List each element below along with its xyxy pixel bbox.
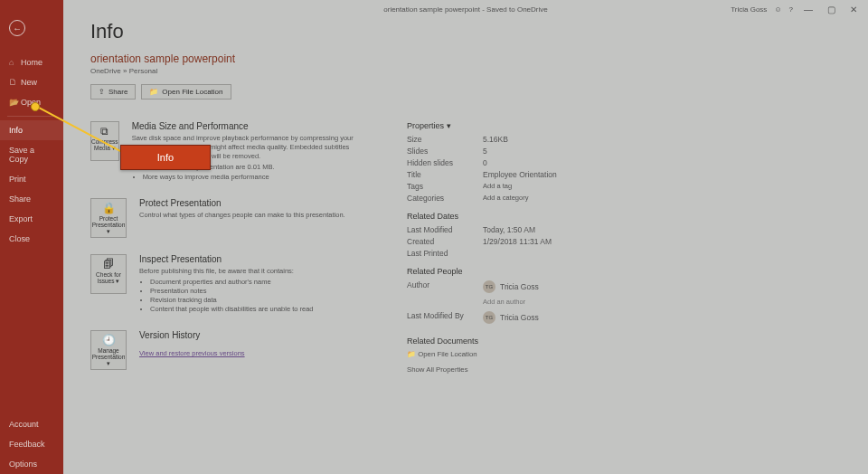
show-all-properties-link[interactable]: Show All Properties bbox=[407, 365, 606, 374]
prop-val: 5 bbox=[483, 147, 487, 156]
inspect-desc: Before publishing this file, be aware th… bbox=[139, 267, 314, 276]
sidebar-item-savecopy[interactable]: Save a Copy bbox=[0, 140, 63, 169]
inspect-heading: Inspect Presentation bbox=[139, 254, 314, 264]
sidebar-item-close[interactable]: Close bbox=[0, 229, 63, 249]
backstage-sidebar: ← ⌂ Home 🗋 New 📂 Open Info Save a Copy P… bbox=[0, 0, 63, 474]
open-file-location-button[interactable]: 📁 Open File Location bbox=[141, 84, 231, 100]
compress-icon: ⧉ bbox=[100, 126, 108, 137]
share-button[interactable]: ⇪ Share bbox=[90, 84, 136, 100]
share-label: Share bbox=[108, 88, 127, 96]
help-icon[interactable]: ? bbox=[789, 5, 793, 14]
share-icon: ⇪ bbox=[99, 88, 105, 96]
docs-heading: Related Documents bbox=[407, 337, 606, 346]
sidebar-item-info[interactable]: Info bbox=[0, 120, 63, 140]
prop-key: Categories bbox=[407, 194, 470, 203]
prop-key: Hidden slides bbox=[407, 158, 470, 167]
version-heading: Version History bbox=[139, 330, 245, 340]
close-button[interactable]: ✕ bbox=[846, 5, 861, 14]
info-page: orientation sample powerpoint - Saved to… bbox=[63, 0, 868, 474]
open-file-location-link[interactable]: 📁 Open File Location bbox=[407, 350, 606, 358]
add-category[interactable]: Add a category bbox=[483, 194, 528, 203]
sidebar-item-share[interactable]: Share bbox=[0, 189, 63, 209]
prop-val: 0 bbox=[483, 158, 487, 167]
date-key: Last Modified bbox=[407, 225, 470, 234]
openloc-label: Open File Location bbox=[162, 88, 222, 96]
protect-heading: Protect Presentation bbox=[139, 198, 345, 208]
media-bullet: More ways to improve media performance bbox=[143, 173, 362, 182]
properties-heading[interactable]: Properties ▾ bbox=[407, 121, 606, 130]
add-tag[interactable]: Add a tag bbox=[483, 182, 512, 191]
prop-key: Slides bbox=[407, 147, 470, 156]
title-bar: orientation sample powerpoint - Saved to… bbox=[63, 0, 868, 18]
sidebar-item-label: New bbox=[21, 78, 37, 87]
prop-val: 5.16KB bbox=[483, 135, 508, 144]
prop-key: Tags bbox=[407, 182, 470, 191]
protect-presentation-button[interactable]: 🔒 Protect Presentation ▾ bbox=[90, 198, 127, 238]
author-key: Author bbox=[407, 280, 470, 306]
open-icon: 📂 bbox=[9, 98, 16, 107]
restore-button[interactable]: ▢ bbox=[824, 5, 839, 14]
avatar: TG bbox=[483, 280, 495, 293]
author-name[interactable]: Tricia Goss bbox=[500, 282, 539, 291]
date-key: Last Printed bbox=[407, 249, 470, 258]
sidebar-item-new[interactable]: 🗋 New bbox=[0, 72, 63, 92]
sidebar-item-export[interactable]: Export bbox=[0, 209, 63, 229]
sidebar-item-label: Save a Copy bbox=[9, 146, 54, 164]
history-icon: 🕘 bbox=[102, 335, 116, 346]
sidebar-item-label: Info bbox=[9, 126, 23, 135]
page-title: Info bbox=[90, 20, 841, 43]
document-title: orientation sample powerpoint bbox=[90, 52, 841, 65]
inspect-item: Content that people with disabilities ar… bbox=[150, 305, 314, 314]
user-name[interactable]: Tricia Goss bbox=[731, 5, 767, 14]
sidebar-item-label: Close bbox=[9, 234, 30, 243]
sidebar-item-home[interactable]: ⌂ Home bbox=[0, 52, 63, 72]
protect-section: 🔒 Protect Presentation ▾ Protect Present… bbox=[90, 198, 362, 238]
callout-label: Info bbox=[120, 145, 211, 170]
manage-presentation-button[interactable]: 🕘 Manage Presentation ▾ bbox=[90, 330, 127, 370]
date-val: Today, 1:50 AM bbox=[483, 225, 535, 234]
date-val: 1/29/2018 11:31 AM bbox=[483, 237, 552, 246]
back-button[interactable]: ← bbox=[9, 20, 25, 36]
date-key: Created bbox=[407, 237, 470, 246]
home-icon: ⌂ bbox=[9, 58, 16, 67]
sidebar-item-label: Options bbox=[9, 460, 37, 469]
prop-val: Employee Orientation bbox=[483, 170, 557, 179]
media-heading: Media Size and Performance bbox=[132, 121, 362, 131]
inspect-item: Revision tracking data bbox=[150, 296, 314, 305]
sidebar-item-account[interactable]: Account bbox=[0, 414, 63, 434]
sidebar-item-label: Account bbox=[9, 420, 39, 429]
modby-name[interactable]: Tricia Goss bbox=[500, 313, 539, 322]
version-section: 🕘 Manage Presentation ▾ Version History … bbox=[90, 330, 362, 370]
sidebar-item-print[interactable]: Print bbox=[0, 169, 63, 189]
inspect-item: Document properties and author's name bbox=[150, 278, 314, 287]
new-icon: 🗋 bbox=[9, 78, 16, 87]
sidebar-item-label: Share bbox=[9, 194, 31, 204]
people-heading: Related People bbox=[407, 267, 606, 276]
folder-icon: 📁 bbox=[407, 350, 416, 358]
prop-key: Title bbox=[407, 170, 470, 179]
sidebar-item-label: Feedback bbox=[9, 440, 45, 449]
modby-key: Last Modified By bbox=[407, 311, 470, 327]
inspect-section: 🗐 Check for Issues ▾ Inspect Presentatio… bbox=[90, 254, 362, 315]
sidebar-item-label: Home bbox=[21, 58, 42, 67]
inspect-icon: 🗐 bbox=[103, 259, 114, 270]
callout-marker bbox=[31, 102, 40, 111]
version-link[interactable]: View and restore previous versions bbox=[139, 349, 245, 357]
lock-icon: 🔒 bbox=[102, 203, 116, 213]
sidebar-item-label: Export bbox=[9, 214, 33, 223]
window-title: orientation sample powerpoint - Saved to… bbox=[383, 5, 547, 14]
face-icon[interactable]: ☺ bbox=[774, 5, 781, 14]
document-location: OneDrive » Personal bbox=[90, 67, 841, 75]
prop-key: Size bbox=[407, 135, 470, 144]
sidebar-item-label: Print bbox=[9, 175, 26, 184]
avatar: TG bbox=[483, 311, 495, 324]
minimize-button[interactable]: — bbox=[800, 5, 816, 14]
check-for-issues-button[interactable]: 🗐 Check for Issues ▾ bbox=[90, 254, 127, 294]
dates-heading: Related Dates bbox=[407, 212, 606, 221]
inspect-item: Presentation notes bbox=[150, 287, 314, 296]
folder-icon: 📁 bbox=[149, 88, 158, 96]
add-author[interactable]: Add an author bbox=[483, 298, 525, 306]
protect-desc: Control what types of changes people can… bbox=[139, 211, 345, 220]
sidebar-item-feedback[interactable]: Feedback bbox=[0, 434, 63, 454]
sidebar-item-options[interactable]: Options bbox=[0, 454, 63, 474]
